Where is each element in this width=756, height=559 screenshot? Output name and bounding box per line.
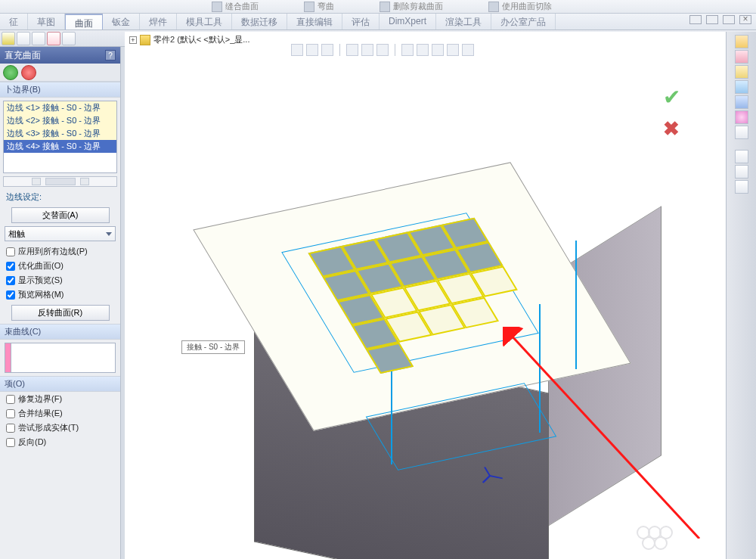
- model-scene: [223, 123, 586, 531]
- recycle-icon[interactable]: [735, 150, 748, 163]
- window-controls: ×: [689, 15, 751, 24]
- tab-sheetmetal[interactable]: 钣金: [103, 14, 140, 30]
- preview-mesh-checkbox[interactable]: 预览网格(M): [0, 287, 120, 302]
- task-icon[interactable]: [735, 126, 748, 139]
- apply-scene-icon[interactable]: [432, 44, 444, 56]
- list-hscroll[interactable]: [3, 176, 117, 187]
- zoom-fit-icon[interactable]: [291, 44, 303, 56]
- edge-item[interactable]: 边线 <1> 接触 - S0 - 边界: [4, 101, 116, 114]
- close-button[interactable]: ×: [739, 15, 751, 24]
- property-manager-panel: 直充曲面 ? 卜边界(B) 边线 <1> 接触 - S0 - 边界 边线 <2>…: [0, 47, 121, 559]
- design-tree-tab-icon[interactable]: [2, 32, 15, 45]
- prev-view-icon[interactable]: [321, 44, 333, 56]
- section-options: 项(O): [0, 376, 120, 392]
- tab-render[interactable]: 渲染工具: [436, 14, 491, 30]
- minimize-button[interactable]: [689, 15, 702, 24]
- restore-button[interactable]: [706, 15, 718, 24]
- dimxpert-tab-icon[interactable]: [47, 32, 60, 45]
- expand-icon[interactable]: [735, 165, 748, 179]
- hide-show-icon[interactable]: [401, 44, 414, 56]
- scroll-right-icon[interactable]: [80, 178, 89, 185]
- reverse-direction-checkbox[interactable]: 反向(D): [0, 435, 120, 449]
- tree-breadcrumb[interactable]: + 零件2 (默认< <默认>_显...: [129, 34, 249, 45]
- fix-boundary-checkbox[interactable]: 修复边界(F): [0, 392, 120, 406]
- part-icon: [140, 35, 150, 45]
- separator: [395, 44, 395, 56]
- ribbon-tabs: 征 草图 曲面 钣金 焊件 模具工具 数据迁移 直接编辑 评估 DimXpert…: [0, 14, 756, 30]
- expand-icon[interactable]: +: [129, 36, 137, 44]
- tab-dimxpert[interactable]: DimXpert: [380, 14, 436, 30]
- graphics-viewport[interactable]: + 零件2 (默认< <默认>_显... ✔ ✖: [125, 32, 726, 559]
- show-preview-checkbox[interactable]: 显示预览(S): [0, 273, 120, 287]
- svg-line-1: [490, 474, 503, 480]
- cut-icon: [488, 2, 499, 12]
- tab-moldtools[interactable]: 模具工具: [177, 14, 232, 30]
- display-tab-icon[interactable]: [62, 32, 76, 45]
- view-settings-icon[interactable]: [447, 44, 459, 56]
- tool-cut-with-surface[interactable]: 使用曲面切除: [488, 1, 552, 12]
- panel-title: 直充曲面: [5, 49, 41, 62]
- maximize-button[interactable]: [723, 15, 735, 24]
- task-pane: [726, 32, 756, 559]
- tool-delete-trim[interactable]: 删除剪裁曲面: [380, 1, 443, 12]
- try-form-solid-checkbox[interactable]: 尝试形成实体(T): [0, 421, 120, 435]
- trim-icon: [380, 2, 390, 12]
- help-button[interactable]: ?: [105, 50, 116, 61]
- ok-button[interactable]: [3, 65, 18, 80]
- alternate-face-button[interactable]: 交替面(A): [11, 207, 110, 223]
- watermark-icon: [632, 523, 673, 554]
- view-palette-icon[interactable]: [735, 80, 748, 94]
- contact-dropdown[interactable]: 相触: [5, 226, 116, 241]
- accept-feature-icon[interactable]: ✔: [663, 85, 680, 110]
- config-tab-icon[interactable]: [32, 32, 45, 45]
- confirmation-corner: ✔ ✖: [663, 85, 680, 141]
- home-icon[interactable]: [735, 35, 748, 48]
- tab-evaluate[interactable]: 评估: [342, 14, 380, 30]
- tab-directedit[interactable]: 直接编辑: [287, 14, 342, 30]
- edge-item-selected[interactable]: 边线 <4> 接触 - S0 - 边界: [4, 140, 116, 153]
- apply-all-checkbox[interactable]: 应用到所有边线(P): [0, 244, 120, 259]
- section-view-icon[interactable]: [346, 44, 358, 56]
- tab-datamigration[interactable]: 数据迁移: [232, 14, 287, 30]
- tool-bend[interactable]: 弯曲: [304, 1, 334, 12]
- close-taskpane-icon[interactable]: [735, 180, 748, 194]
- tool-knit-surface[interactable]: 缝合曲面: [212, 1, 259, 12]
- constraint-curve-box[interactable]: [5, 343, 116, 373]
- tab-weldments[interactable]: 焊件: [140, 14, 177, 30]
- cancel-button[interactable]: [21, 65, 36, 80]
- wire-vert: [575, 241, 577, 369]
- merge-result-checkbox[interactable]: 合并结果(E): [0, 406, 120, 421]
- chevron-down-icon: [106, 232, 112, 236]
- reject-feature-icon[interactable]: ✖: [663, 117, 680, 141]
- dropdown-value: 相触: [8, 228, 25, 240]
- view-heads-up-toolbar: [291, 42, 696, 57]
- scroll-thumb[interactable]: [45, 178, 76, 185]
- appearance-icon[interactable]: [735, 95, 748, 109]
- custom-props-icon[interactable]: [735, 110, 748, 124]
- tab-feature[interactable]: 征: [0, 14, 28, 30]
- scene-icon[interactable]: [417, 44, 429, 56]
- file-explorer-icon[interactable]: [735, 65, 748, 79]
- property-manager-tab-icon[interactable]: [17, 32, 30, 45]
- panel-confirm-row: [0, 64, 120, 82]
- section-constraint-curve: 束曲线(C): [0, 324, 120, 340]
- scroll-left-icon[interactable]: [32, 178, 41, 185]
- tab-surface[interactable]: 曲面: [65, 14, 103, 30]
- optimize-surface-checkbox[interactable]: 优化曲面(O): [0, 259, 120, 273]
- bend-icon: [304, 2, 314, 12]
- perspective-icon[interactable]: [462, 44, 474, 56]
- zoom-area-icon[interactable]: [306, 44, 318, 56]
- svg-line-2: [480, 476, 493, 483]
- svg-point-7: [643, 537, 655, 549]
- design-library-icon[interactable]: [735, 50, 748, 64]
- boundary-edges-list[interactable]: 边线 <1> 接触 - S0 - 边界 边线 <2> 接触 - S0 - 边界 …: [3, 101, 117, 173]
- tab-office[interactable]: 办公室产品: [491, 14, 556, 30]
- display-style-icon[interactable]: [376, 44, 389, 56]
- knit-icon: [212, 2, 222, 12]
- edge-tooltip: 接触 - S0 - 边界: [181, 340, 245, 354]
- edge-item[interactable]: 边线 <3> 接触 - S0 - 边界: [4, 127, 116, 140]
- tab-sketch[interactable]: 草图: [28, 14, 65, 30]
- edge-item[interactable]: 边线 <2> 接触 - S0 - 边界: [4, 114, 116, 127]
- reverse-surface-button[interactable]: 反转曲面(R): [11, 305, 110, 321]
- view-orientation-icon[interactable]: [361, 44, 373, 56]
